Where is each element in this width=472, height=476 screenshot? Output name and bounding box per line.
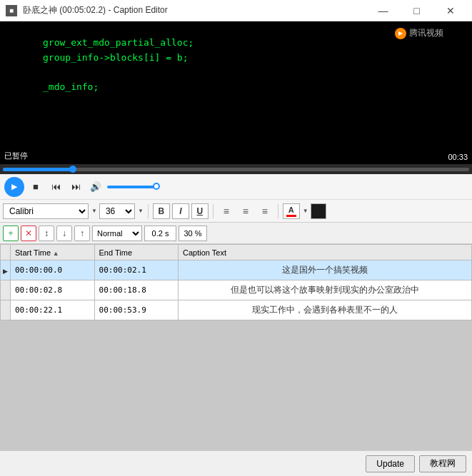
align-center-button[interactable]: ≡	[237, 203, 254, 219]
code-line-3	[43, 66, 194, 81]
code-line-4: _mdo_info;	[43, 80, 194, 95]
arrow-up-button[interactable]: ↑	[74, 226, 90, 241]
prev-button[interactable]: ⏮	[47, 178, 64, 196]
bold-button[interactable]: B	[153, 203, 170, 219]
progress-track[interactable]	[3, 168, 469, 171]
toolbar-separator-3	[278, 204, 278, 218]
video-area: grow_ext_mdo_partial_alloc; group_info->…	[0, 21, 472, 164]
toolbar-separator-2	[213, 204, 214, 218]
delete-subtitle-button[interactable]: ✕	[21, 226, 36, 241]
size-dropdown-arrow: ▼	[138, 208, 144, 214]
underline-button[interactable]: U	[191, 203, 209, 219]
volume-button[interactable]: 🔊	[87, 178, 104, 196]
stop-button[interactable]: ■	[27, 178, 44, 196]
arrow-down-button[interactable]: ↓	[56, 226, 72, 241]
col-header-end-time: End Time	[94, 245, 179, 260]
maximize-button[interactable]: □	[401, 0, 433, 21]
row-end-time: 00:00:02.1	[94, 260, 179, 280]
progress-fill	[3, 168, 73, 171]
italic-button[interactable]: I	[172, 203, 189, 219]
caption-table: Start Time End Time Caption Text ▶00:00:…	[0, 244, 472, 320]
subtitle-toolbar: + ✕ ↕ ↓ ↑ Normal	[0, 223, 472, 244]
bottom-bar: Update 教程网	[0, 450, 472, 476]
style-select[interactable]: Normal	[92, 226, 142, 241]
table-row[interactable]: ▶00:00:00.000:00:02.1这是国外一个搞笑视频	[1, 260, 472, 280]
row-end-time: 00:00:53.9	[94, 300, 179, 320]
sort-subtitle-button[interactable]: ↕	[39, 226, 54, 241]
video-time: 00:33	[448, 153, 468, 161]
color-dropdown-arrow: ▼	[303, 208, 308, 214]
format-toolbar: Calibri ▼ 36 ▼ B I U ≡ ≡ ≡ A ▼	[0, 200, 472, 223]
window-title: 卧底之神 (00:05:02.2) - Caption Editor	[23, 4, 168, 16]
app-icon: ■	[6, 5, 17, 16]
font-dropdown-arrow: ▼	[91, 208, 97, 214]
watermark-icon: ▶	[395, 28, 406, 39]
align-left-button[interactable]: ≡	[218, 203, 235, 219]
font-color-button[interactable]: A	[283, 203, 300, 219]
col-header-indicator	[1, 245, 11, 260]
update-button[interactable]: Update	[366, 455, 415, 472]
table-row[interactable]: 00:00:22.100:00:53.9现实工作中，会遇到各种表里不一的人	[1, 300, 472, 320]
scale-input[interactable]	[179, 226, 207, 241]
next-button[interactable]: ⏭	[67, 178, 84, 196]
row-start-time: 00:00:22.1	[11, 300, 95, 320]
row-caption-text: 但是也可以将这个故事映射到现实的办公室政治中	[179, 280, 472, 300]
row-caption-text: 现实工作中，会遇到各种表里不一的人	[179, 300, 472, 320]
toolbar-separator-1	[148, 204, 149, 218]
video-status: 已暂停	[4, 151, 28, 161]
row-indicator	[1, 300, 11, 320]
code-line-2: group_info->blocks[i] = b;	[43, 51, 194, 66]
row-caption-text: 这是国外一个搞笑视频	[179, 260, 472, 280]
caption-area: Start Time End Time Caption Text ▶00:00:…	[0, 244, 472, 476]
volume-thumb	[153, 183, 160, 190]
font-select[interactable]: Calibri	[3, 203, 89, 219]
progress-thumb	[69, 166, 76, 173]
ok-button[interactable]: 教程网	[419, 455, 466, 472]
title-bar: ■ 卧底之神 (00:05:02.2) - Caption Editor — □…	[0, 0, 472, 21]
row-start-time: 00:00:02.8	[11, 280, 95, 300]
volume-slider[interactable]	[107, 186, 157, 188]
play-button[interactable]: ▶	[4, 177, 24, 197]
row-end-time: 00:00:18.8	[94, 280, 179, 300]
progress-bar-container[interactable]	[0, 164, 472, 174]
caption-table-container[interactable]: Start Time End Time Caption Text ▶00:00:…	[0, 244, 472, 450]
table-row[interactable]: 00:00:02.800:00:18.8但是也可以将这个故事映射到现实的办公室政…	[1, 280, 472, 300]
window-controls: — □ ✕	[367, 0, 466, 21]
size-select[interactable]: 36	[99, 203, 135, 219]
minimize-button[interactable]: —	[367, 0, 399, 21]
code-line-1: grow_ext_mdo_partial_alloc;	[43, 36, 194, 51]
add-subtitle-button[interactable]: +	[3, 226, 19, 241]
col-header-caption-text: Caption Text	[179, 245, 472, 260]
video-watermark: ▶ 腾讯视频	[395, 27, 443, 39]
row-indicator	[1, 280, 11, 300]
controls-bar: ▶ ■ ⏮ ⏭ 🔊	[0, 174, 472, 200]
video-code-overlay: grow_ext_mdo_partial_alloc; group_info->…	[43, 36, 194, 95]
background-color-swatch[interactable]	[311, 203, 326, 219]
font-color-a-label: A	[288, 206, 294, 214]
align-right-button[interactable]: ≡	[256, 203, 273, 219]
col-header-start-time[interactable]: Start Time	[11, 245, 95, 260]
delay-input[interactable]	[144, 226, 176, 241]
font-color-indicator	[286, 215, 296, 217]
watermark-text: 腾讯视频	[409, 27, 443, 39]
close-button[interactable]: ✕	[434, 0, 466, 21]
row-indicator: ▶	[1, 260, 11, 280]
row-start-time: 00:00:00.0	[11, 260, 95, 280]
